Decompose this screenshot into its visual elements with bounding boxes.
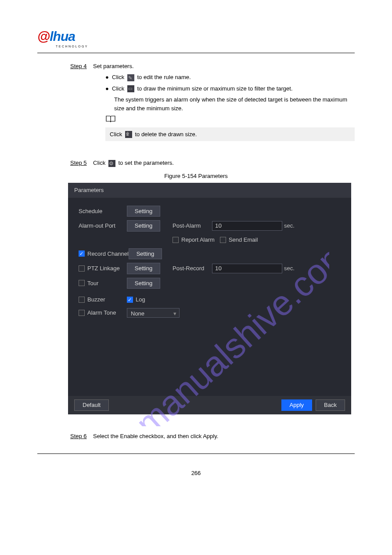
recordchannel-checkbox[interactable]	[79, 250, 85, 257]
dialog-footer: Default Apply Back	[68, 396, 351, 414]
logo-rest: lhua	[50, 29, 75, 44]
recordchannel-setting-button[interactable]: Setting	[129, 248, 162, 260]
footer-rule	[37, 453, 355, 456]
edit-icon	[127, 74, 134, 81]
header-bar: @lhua TECHNOLOGY	[37, 26, 355, 53]
postalarm-sec: sec.	[284, 221, 295, 230]
step-4-text: Set parameters.	[93, 63, 134, 69]
buzzer-label: Buzzer	[87, 295, 105, 304]
postrecord-label: Post-Record	[173, 264, 212, 273]
step-5-label: Step 5	[70, 160, 87, 166]
log-label: Log	[136, 295, 145, 304]
tour-setting-button[interactable]: Setting	[127, 278, 160, 289]
alarmtone-select[interactable]: None	[127, 308, 180, 318]
apply-button[interactable]: Apply	[281, 399, 313, 411]
alarmtone-checkbox[interactable]	[79, 310, 85, 316]
buzzer-checkbox[interactable]	[79, 297, 85, 303]
alarmout-label: Alarm-out Port	[79, 221, 127, 230]
postalarm-label: Post-Alarm	[173, 221, 212, 230]
postrecord-sec: sec.	[284, 264, 295, 273]
alarmtone-label: Alarm Tone	[87, 308, 116, 317]
draw-rule-icon	[127, 85, 134, 92]
postrecord-input[interactable]	[212, 264, 282, 273]
postalarm-input[interactable]	[212, 221, 282, 231]
reportalarm-checkbox[interactable]	[173, 237, 179, 243]
step-4-bullet-1: ● Click to edit the rule name.	[105, 73, 355, 82]
step-5: Step 5 Click to set the parameters.	[70, 159, 355, 167]
tour-label: Tour	[87, 279, 98, 288]
step-6-label: Step 6	[70, 433, 87, 439]
ptzlinkage-setting-button[interactable]: Setting	[127, 263, 160, 274]
alarmout-setting-button[interactable]: Setting	[127, 220, 160, 232]
ptzlinkage-checkbox[interactable]	[79, 265, 85, 272]
note-box: Click to delete the drawn size.	[105, 127, 355, 141]
gear-icon	[108, 160, 115, 167]
logo-letter-a: @	[37, 29, 50, 44]
recordchannel-label: Record Channel	[87, 250, 129, 258]
tour-checkbox[interactable]	[79, 280, 85, 286]
step-6-text: Select the Enable checkbox, and then cli…	[93, 433, 218, 439]
alarmtone-value: None	[131, 310, 144, 317]
logo: @lhua TECHNOLOGY	[37, 26, 88, 49]
schedule-label: Schedule	[79, 207, 127, 216]
page-number: 266	[37, 469, 355, 478]
trash-icon	[125, 131, 132, 138]
sendemail-checkbox[interactable]	[220, 237, 226, 243]
step-4: Step 4 Set parameters.	[70, 62, 355, 71]
parameters-dialog: Parameters Schedule Setting Alarm-out Po…	[68, 183, 351, 414]
dialog-title: Parameters	[68, 183, 351, 198]
schedule-setting-button[interactable]: Setting	[127, 206, 160, 217]
step-6: Step 6 Select the Enable checkbox, and t…	[70, 432, 355, 441]
step-4-bullet-2b: The system triggers an alarm only when t…	[114, 95, 355, 112]
default-button[interactable]: Default	[74, 399, 109, 411]
sendemail-label: Send Email	[229, 236, 258, 244]
logo-subtext: TECHNOLOGY	[56, 44, 88, 49]
log-checkbox[interactable]	[127, 297, 133, 303]
back-button[interactable]: Back	[316, 399, 345, 411]
figure-caption: Figure 5-154 Parameters	[37, 172, 355, 181]
ptzlinkage-label: PTZ Linkage	[87, 264, 120, 273]
note-book-icon	[105, 115, 116, 126]
reportalarm-label: Report Alarm	[181, 236, 215, 244]
step-4-bullet-2: ● Click to draw the minimum size or maxi…	[105, 84, 355, 93]
step-4-label: Step 4	[70, 63, 87, 69]
